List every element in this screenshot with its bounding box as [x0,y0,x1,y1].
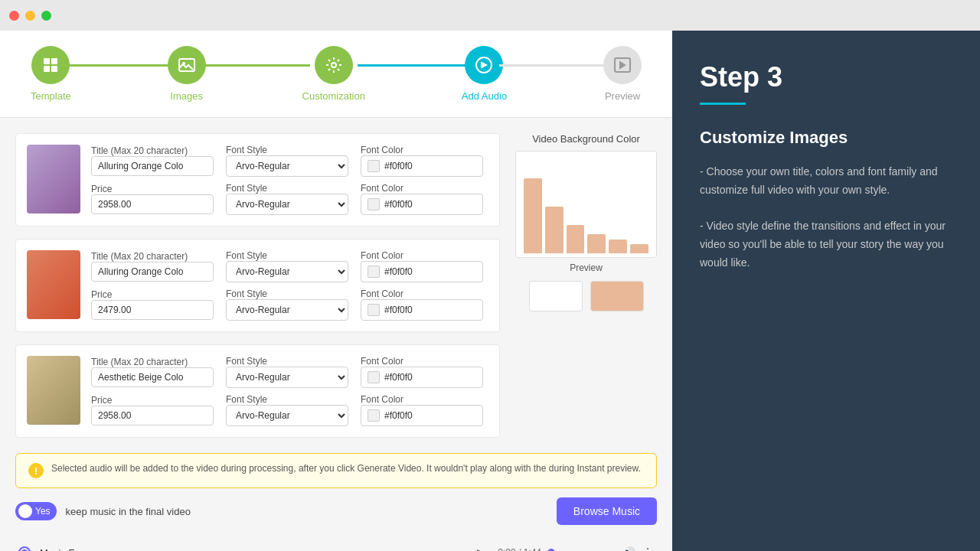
font-color-field-2b[interactable]: #f0f0f0 [361,299,483,321]
font-style-label-3: Font Style [226,356,333,367]
title-input-2[interactable] [91,262,214,282]
title-input-3[interactable] [91,367,214,387]
content-area: Title (Max 20 character) Font Style Arvo… [0,118,672,453]
step-images-label: Images [170,90,203,102]
minimize-button[interactable] [25,11,35,21]
step-template[interactable]: Template [31,46,71,102]
color-swatch-peach[interactable] [590,281,644,311]
field-row-price-3: Price Font Style Arvo-Regular Font Colo [91,394,488,426]
step-preview-circle [603,46,642,84]
chart-bar-6 [630,244,648,253]
titlebar [0,0,980,31]
price-label-2: Price [91,289,198,300]
stepper: Template Images Customization [0,31,672,118]
color-value-1: #f0f0f0 [384,161,413,171]
video-bg-title: Video Background Color [515,133,657,145]
field-row-3: Title (Max 20 character) Font Style Arvo… [91,356,488,388]
field-row-price-2: Price Font Style Arvo-Regular Font Colo [91,289,488,321]
maximize-button[interactable] [41,11,51,21]
keep-music-label: keep music in the final video [66,506,547,517]
item-fields-2: Title (Max 20 character) Font Style Arvo… [91,250,488,321]
step-preview-label: Preview [605,90,640,102]
more-icon-1[interactable]: ⋮ [642,546,654,552]
title-label-2: Title (Max 20 character) [91,251,198,262]
keep-music-toggle[interactable]: Yes [15,502,57,520]
font-color-field-2[interactable]: #f0f0f0 [361,261,483,282]
color-swatch-1 [368,160,380,172]
price-input-1[interactable] [91,194,214,214]
price-input-2[interactable] [91,300,214,320]
color-swatch-white[interactable] [529,281,583,311]
font-style-label-1b: Font Style [226,183,333,194]
price-label-1: Price [91,184,198,194]
play-button-1[interactable]: ▶ [470,542,492,551]
font-color-label-3: Font Color [361,356,468,367]
volume-icon-1[interactable]: 🔊 [622,546,635,551]
step-underline [700,103,746,105]
chart-container [516,152,656,257]
item-image-2 [27,250,80,319]
connector-2 [198,64,310,67]
font-style-select-2b[interactable]: Arvo-Regular [226,299,348,321]
music-item-1: Music Four ▶ 0:00 / 1:44 🔊 ⋮ [15,534,657,551]
font-color-field-1b[interactable]: #f0f0f0 [361,194,483,215]
color-swatch-3b [368,409,380,422]
toggle-circle [18,504,32,518]
svg-point-6 [332,63,336,67]
font-style-label-2b: Font Style [226,289,333,299]
close-button[interactable] [9,11,19,21]
title-label-1: Title (Max 20 character) [91,145,198,156]
step-images[interactable]: Images [168,46,206,102]
bottom-section: ! Selected audio will be added to the vi… [0,453,672,551]
title-label-3: Title (Max 20 character) [91,357,198,367]
video-preview-box [515,151,657,258]
font-style-select-1b[interactable]: Arvo-Regular [226,194,348,215]
field-row-price-1: Price Font Style Arvo-Regular Font Colo [91,183,488,215]
font-style-label-3b: Font Style [226,394,333,405]
connector-3 [358,64,469,67]
font-color-label-1: Font Color [361,145,468,155]
font-color-field-1[interactable]: #f0f0f0 [361,155,483,177]
toggle-label: Yes [35,506,51,517]
font-style-select-3[interactable]: Arvo-Regular [226,367,348,388]
color-value-3b: #f0f0f0 [384,410,413,421]
video-bg-panel: Video Background Color Preview [515,133,657,438]
font-style-select-2[interactable]: Arvo-Regular [226,261,348,282]
music-list: Music Four ▶ 0:00 / 1:44 🔊 ⋮ [15,534,657,551]
player-controls-1: ▶ 0:00 / 1:44 🔊 ⋮ [470,542,654,551]
font-style-label-1: Font Style [226,145,333,155]
item-fields-3: Title (Max 20 character) Font Style Arvo… [91,356,488,426]
font-color-field-3[interactable]: #f0f0f0 [361,367,483,388]
step-customization[interactable]: Customization [302,46,365,102]
color-value-1b: #f0f0f0 [384,199,413,210]
chart-bar-5 [609,240,627,253]
description-text: - Choose your own title, colors and font… [700,163,952,272]
items-panel: Title (Max 20 character) Font Style Arvo… [15,133,500,438]
step-add-audio[interactable]: Add Audio [462,46,507,102]
field-row: Title (Max 20 character) Font Style Arvo… [91,145,488,177]
browse-music-button[interactable]: Browse Music [557,497,657,525]
chart-bar-2 [545,207,564,254]
item-row-2: Title (Max 20 character) Font Style Arvo… [15,239,500,332]
info-icon: ! [28,463,44,478]
info-banner: ! Selected audio will be added to the vi… [15,453,657,488]
music-name-1: Music Four [40,547,461,552]
customize-title: Customize Images [700,128,952,148]
connector-1 [64,64,175,67]
title-input-1[interactable] [91,156,214,176]
step-add-audio-label: Add Audio [462,90,507,102]
price-input-3[interactable] [91,406,214,425]
chart-bar-1 [524,178,542,253]
left-panel: Template Images Customization [0,31,672,551]
color-swatches-row [515,281,657,311]
step-preview[interactable]: Preview [603,46,642,102]
time-display-1: 0:00 / 1:44 [498,547,541,551]
item-fields-1: Title (Max 20 character) Font Style Arvo… [91,145,488,215]
color-value-2: #f0f0f0 [384,266,413,277]
item-row: Title (Max 20 character) Font Style Arvo… [15,133,500,227]
font-style-select-3b[interactable]: Arvo-Regular [226,405,348,426]
font-style-select-1[interactable]: Arvo-Regular [226,155,348,177]
radio-music-four[interactable] [18,546,31,551]
font-color-field-3b[interactable]: #f0f0f0 [361,405,483,426]
music-controls: Yes keep music in the final video Browse… [15,497,657,525]
